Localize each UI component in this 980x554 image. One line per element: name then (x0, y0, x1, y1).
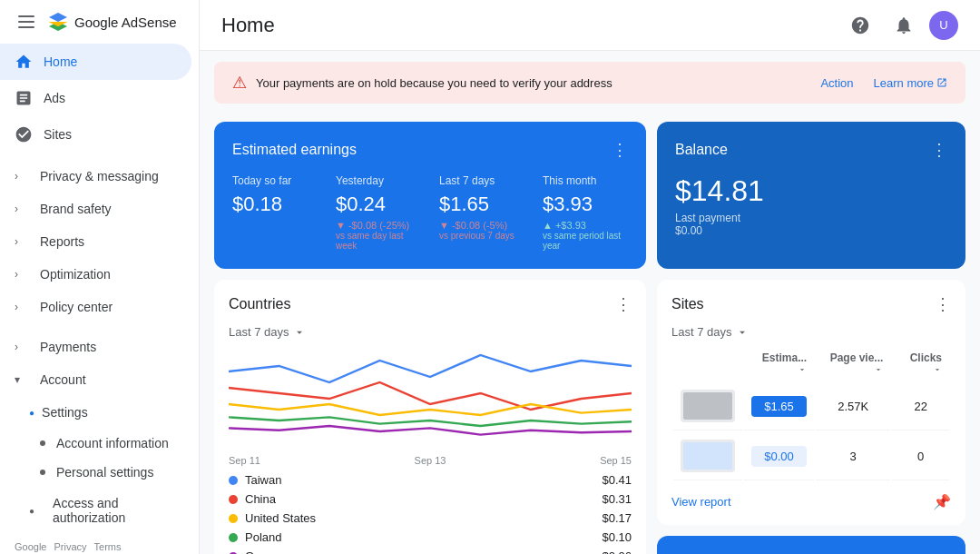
site-2-earnings: $0.00 (744, 432, 814, 480)
sidebar-item-optimization[interactable]: › Optimization (0, 258, 199, 291)
sidebar-item-sites-label: Sites (44, 127, 72, 142)
earnings-today-value: $0.18 (232, 193, 318, 216)
site-2-pageviews: 3 (816, 432, 890, 480)
sidebar-item-ads[interactable]: Ads (0, 80, 191, 116)
china-name: China (245, 492, 594, 506)
countries-title: Countries (229, 296, 290, 312)
expand-icon-policy: › (15, 301, 29, 313)
sites-icon (15, 125, 33, 143)
sidebar-item-personal-settings[interactable]: Personal settings (0, 458, 199, 487)
logo-text: Google AdSense (74, 15, 177, 30)
sites-pin-icon[interactable]: 📌 (933, 493, 951, 510)
sidebar-item-settings-label: Settings (42, 405, 88, 420)
sidebar-item-settings[interactable]: ● Settings (0, 396, 199, 429)
taiwan-dot (229, 476, 238, 485)
sites-card: Sites ⋮ Last 7 days Estima... (657, 280, 965, 525)
sites-more-button[interactable]: ⋮ (935, 294, 951, 314)
sites-col-earnings: Estima... (744, 348, 814, 381)
footer-terms[interactable]: Terms (94, 541, 122, 552)
sidebar-item-policy-label: Policy center (40, 300, 113, 314)
dot-access: ● (29, 506, 34, 516)
sidebar-item-account[interactable]: ▾ Account (0, 363, 199, 396)
expand-icon-privacy: › (15, 170, 29, 183)
sidebar-item-access-label: Access and authorization (53, 496, 184, 525)
site-2-clicks: 0 (892, 432, 949, 480)
countries-sites-row: Countries ⋮ Last 7 days (200, 269, 980, 554)
earnings-card: Estimated earnings ⋮ Today so far $0.18 … (214, 122, 646, 269)
earnings-today-label: Today so far (232, 174, 318, 187)
ads-icon (15, 89, 33, 107)
help-button[interactable] (842, 7, 878, 44)
topbar-icons: U (842, 7, 958, 44)
sites-table-row-2: $0.00 3 0 (673, 432, 949, 480)
us-name: United States (245, 511, 594, 525)
country-item-us: United States $0.17 (229, 511, 632, 525)
expand-icon-reports: › (15, 235, 29, 248)
countries-filter-dropdown[interactable]: Last 7 days (229, 325, 632, 339)
footer-privacy[interactable]: Privacy (54, 541, 86, 552)
todo-title: To do (687, 551, 720, 555)
earnings-thismonth-change: ▲ +$3.93 (543, 220, 628, 231)
countries-filter-label: Last 7 days (229, 325, 289, 339)
chart-labels: Sep 11 Sep 13 Sep 15 (229, 455, 632, 466)
earnings-balance-row: Estimated earnings ⋮ Today so far $0.18 … (200, 114, 980, 269)
poland-value: $0.10 (602, 530, 632, 544)
sidebar-item-privacy-label: Privacy & messaging (40, 169, 159, 183)
footer-links: Google Privacy Terms (0, 534, 199, 554)
sidebar-item-optimization-label: Optimization (40, 267, 111, 282)
expand-icon-account: ▾ (15, 373, 29, 386)
taiwan-value: $0.41 (602, 473, 632, 487)
earnings-last7-vs: vs previous 7 days (439, 231, 524, 241)
sidebar-item-payments-label: Payments (40, 340, 96, 354)
taiwan-name: Taiwan (245, 473, 594, 487)
earnings-last7-change: ▼ -$0.08 (-5%) (439, 220, 524, 231)
countries-card: Countries ⋮ Last 7 days (214, 280, 646, 554)
user-avatar[interactable]: U (929, 11, 958, 40)
content-area: ⚠ Your payments are on hold because you … (200, 51, 980, 554)
countries-chart (229, 339, 632, 448)
sidebar-item-reports[interactable]: › Reports (0, 225, 199, 258)
sidebar-item-privacy[interactable]: › Privacy & messaging (0, 160, 199, 193)
balance-more-button[interactable]: ⋮ (931, 140, 947, 160)
sites-header: Sites ⋮ (671, 294, 951, 314)
earnings-last7-label: Last 7 days (439, 174, 524, 187)
site-2-thumb (673, 432, 742, 480)
poland-dot (229, 533, 238, 542)
earnings-yesterday-value: $0.24 (336, 193, 421, 216)
countries-header: Countries ⋮ (229, 294, 632, 314)
hamburger-button[interactable] (15, 12, 38, 32)
earnings-yesterday: Yesterday $0.24 ▼ -$0.08 (-25%) vs same … (336, 174, 421, 251)
country-item-china: China $0.31 (229, 492, 632, 506)
sidebar-item-account-information[interactable]: Account information (0, 429, 199, 458)
earnings-thismonth-vs: vs same period last year (543, 231, 628, 251)
sidebar-item-access[interactable]: ● Access and authorization (0, 487, 199, 534)
alert-learn-more-button[interactable]: Learn more (874, 76, 947, 90)
us-value: $0.17 (602, 511, 632, 525)
alert-action-button[interactable]: Action (820, 76, 853, 90)
country-item-poland: Poland $0.10 (229, 530, 632, 544)
countries-more-button[interactable]: ⋮ (615, 294, 632, 314)
sites-view-report-link[interactable]: View report (671, 495, 731, 509)
settings-expand: ● Settings (29, 405, 88, 420)
earnings-more-button[interactable]: ⋮ (612, 140, 628, 160)
sidebar-header: Google AdSense (0, 0, 199, 44)
sidebar-item-account-label: Account (40, 372, 86, 387)
site-1-earnings: $1.65 (744, 382, 814, 430)
sidebar-item-personal-settings-label: Personal settings (56, 465, 153, 480)
poland-name: Poland (245, 530, 594, 544)
chart-label-sep13: Sep 13 (415, 455, 446, 466)
sidebar-item-brand[interactable]: › Brand safety (0, 193, 199, 225)
earnings-title: Estimated earnings (232, 142, 357, 158)
sites-col-site (673, 348, 742, 381)
sidebar-item-sites[interactable]: Sites (0, 116, 191, 153)
sidebar-item-home[interactable]: Home (0, 44, 191, 80)
balance-last-payment-value: $0.00 (675, 224, 947, 237)
sidebar-item-reports-label: Reports (40, 234, 84, 249)
sites-filter-dropdown[interactable]: Last 7 days (671, 325, 951, 339)
notifications-button[interactable] (886, 7, 922, 44)
logo: Google AdSense (47, 11, 177, 33)
sidebar-item-policy[interactable]: › Policy center (0, 291, 199, 323)
sidebar-item-payments[interactable]: › Payments (0, 331, 199, 363)
country-item-taiwan: Taiwan $0.41 (229, 473, 632, 487)
dot-settings: ● (29, 408, 34, 418)
